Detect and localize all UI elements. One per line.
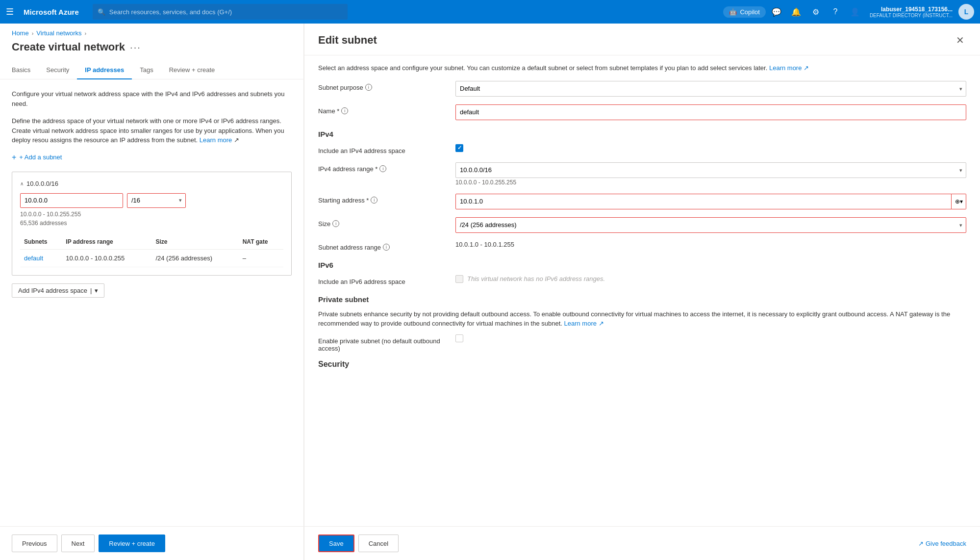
- user-info[interactable]: labuser_194518_173156... DEFAULT DIRECTO…: [870, 6, 953, 18]
- starting-addr-row: Starting address * i ⊕▾: [318, 194, 966, 209]
- subnet-default-link[interactable]: default: [24, 255, 43, 262]
- ipv4-range-select-wrap: 10.0.0.0/16 ▾: [455, 162, 966, 178]
- tab-security[interactable]: Security: [38, 61, 77, 79]
- edit-subnet-panel: Edit subnet ✕ Select an address space an…: [304, 24, 980, 560]
- ip-address-input[interactable]: [20, 193, 123, 208]
- breadcrumb-virtual-networks[interactable]: Virtual networks: [36, 29, 81, 37]
- add-ipv4-pipe: |: [90, 287, 92, 294]
- include-ipv4-label: Include an IPv4 address space: [318, 144, 455, 154]
- cidr-select[interactable]: /8 /16 /24: [127, 193, 186, 208]
- name-input[interactable]: [455, 104, 966, 120]
- size-info-icon[interactable]: i: [332, 220, 339, 227]
- tab-basics[interactable]: Basics: [12, 61, 38, 79]
- ipv4-range-row: IPv4 address range * i 10.0.0.0/16 ▾ 10.…: [318, 162, 966, 186]
- chat-icon[interactable]: 👤: [846, 3, 864, 21]
- breadcrumb: Home › Virtual networks ›: [0, 24, 303, 37]
- size-select[interactable]: /24 (256 addresses) /25 (128 addresses) …: [455, 217, 966, 233]
- add-ipv4-button[interactable]: Add IPv4 address space | ▾: [12, 283, 104, 298]
- add-subnet-button[interactable]: + + Add a subnet: [12, 153, 62, 162]
- previous-button[interactable]: Previous: [12, 535, 57, 552]
- help-icon[interactable]: ?: [827, 3, 844, 21]
- edit-subnet-learn-more[interactable]: Learn more ↗: [769, 64, 809, 72]
- enable-private-control: [455, 334, 966, 342]
- private-subnet-desc: Private subnets enhance security by not …: [318, 309, 966, 329]
- topbar-right: 🤖 Copilot 💬 🔔 ⚙ ? 👤 labuser_194518_17315…: [723, 3, 974, 21]
- more-options-button[interactable]: ···: [130, 42, 141, 53]
- subnet-nat-cell: –: [239, 249, 283, 267]
- learn-more-link[interactable]: Learn more: [200, 136, 232, 144]
- starting-addr-expand-button[interactable]: ⊕▾: [952, 194, 966, 209]
- avatar[interactable]: L: [958, 4, 974, 20]
- copilot-icon: 🤖: [729, 8, 737, 16]
- edit-subnet-desc: Select an address space and configure yo…: [304, 55, 980, 73]
- collapse-icon[interactable]: ∧: [20, 181, 24, 186]
- enable-private-checkbox[interactable]: [455, 334, 463, 342]
- size-row: Size i /24 (256 addresses) /25 (128 addr…: [318, 217, 966, 233]
- review-create-button[interactable]: Review + create: [99, 535, 165, 552]
- ipv4-section-title: IPv4: [318, 130, 966, 138]
- ipv4-range-sub: 10.0.0.0 - 10.0.255.255: [455, 179, 966, 186]
- feedback-icon-btn[interactable]: 💬: [768, 3, 785, 21]
- copilot-button[interactable]: 🤖 Copilot: [723, 6, 765, 18]
- ipv4-range-info-icon[interactable]: i: [379, 165, 386, 172]
- settings-icon[interactable]: ⚙: [807, 3, 825, 21]
- col-subnets: Subnets: [20, 234, 62, 250]
- left-panel: Home › Virtual networks › Create virtual…: [0, 24, 304, 560]
- notifications-icon[interactable]: 🔔: [787, 3, 805, 21]
- hamburger-icon[interactable]: ☰: [6, 6, 14, 17]
- starting-addr-info-icon[interactable]: i: [371, 197, 377, 204]
- starting-addr-input[interactable]: [455, 194, 952, 209]
- size-control: /24 (256 addresses) /25 (128 addresses) …: [455, 217, 966, 233]
- address-count-text: 65,536 addresses: [20, 220, 283, 227]
- subnet-purpose-select[interactable]: Default Azure Bastion Azure Firewall: [455, 81, 966, 97]
- enable-private-label: Enable private subnet (no default outbou…: [318, 334, 455, 352]
- name-info-icon[interactable]: i: [341, 107, 348, 114]
- tab-tags[interactable]: Tags: [132, 61, 161, 79]
- include-ipv4-control: ✓: [455, 144, 966, 152]
- starting-addr-label: Starting address * i: [318, 194, 455, 204]
- search-bar[interactable]: 🔍: [93, 4, 348, 20]
- add-ipv4-chevron: ▾: [95, 287, 98, 294]
- user-directory: DEFAULT DIRECTORY (INSTRUCT...: [870, 13, 953, 18]
- ipv6-section-title: IPv6: [318, 261, 966, 269]
- checkmark-icon: ✓: [457, 145, 462, 151]
- include-ipv4-row: Include an IPv4 address space ✓: [318, 144, 966, 154]
- address-row: /8 /16 /24 ▾: [20, 193, 283, 208]
- close-button[interactable]: ✕: [954, 33, 966, 47]
- subnet-purpose-info-icon[interactable]: i: [365, 84, 372, 91]
- breadcrumb-home[interactable]: Home: [12, 29, 29, 37]
- cancel-button[interactable]: Cancel: [358, 535, 399, 552]
- edit-subnet-description: Select an address space and configure yo…: [318, 64, 767, 72]
- enable-private-row: Enable private subnet (no default outbou…: [318, 334, 966, 352]
- security-section-title: Security: [318, 360, 966, 369]
- give-feedback-link[interactable]: ↗ Give feedback: [918, 540, 966, 547]
- edit-subnet-header: Edit subnet ✕: [304, 24, 980, 55]
- tab-review-create[interactable]: Review + create: [161, 61, 223, 79]
- search-input[interactable]: [109, 8, 343, 16]
- edit-subnet-title: Edit subnet: [318, 34, 377, 47]
- ipv4-range-select[interactable]: 10.0.0.0/16: [455, 162, 966, 178]
- include-ipv6-control: This virtual network has no IPv6 address…: [455, 275, 966, 283]
- subnet-addr-range-value: 10.0.1.0 - 10.0.1.255: [455, 241, 966, 248]
- starting-addr-wrap: ⊕▾: [455, 194, 966, 209]
- include-ipv4-checkbox[interactable]: ✓: [455, 144, 463, 152]
- topbar: ☰ Microsoft Azure 🔍 🤖 Copilot 💬 🔔 ⚙ ? 👤 …: [0, 0, 980, 24]
- ipv6-disabled-text: This virtual network has no IPv6 address…: [467, 275, 605, 282]
- private-subnet-section-title: Private subnet: [318, 295, 966, 304]
- tab-ip-addresses[interactable]: IP addresses: [77, 61, 132, 79]
- page-title-row: Create virtual network ···: [0, 37, 303, 61]
- feedback-icon: ↗: [918, 540, 924, 547]
- col-nat: NAT gate: [239, 234, 283, 250]
- page-title: Create virtual network: [12, 41, 125, 53]
- main-layout: Home › Virtual networks › Create virtual…: [0, 24, 980, 560]
- save-button[interactable]: Save: [318, 535, 354, 552]
- private-subnet-learn-more[interactable]: Learn more ↗: [564, 320, 604, 327]
- edit-subnet-bottom: Save Cancel ↗ Give feedback: [304, 526, 980, 560]
- subnet-addr-range-info-icon[interactable]: i: [383, 244, 390, 251]
- search-icon: 🔍: [98, 8, 105, 16]
- next-button[interactable]: Next: [61, 535, 95, 552]
- give-feedback-label: Give feedback: [926, 540, 966, 547]
- subnet-addr-range-row: Subnet address range i 10.0.1.0 - 10.0.1…: [318, 241, 966, 251]
- address-space-title: 10.0.0.0/16: [26, 180, 58, 187]
- include-ipv6-checkbox[interactable]: [455, 275, 463, 283]
